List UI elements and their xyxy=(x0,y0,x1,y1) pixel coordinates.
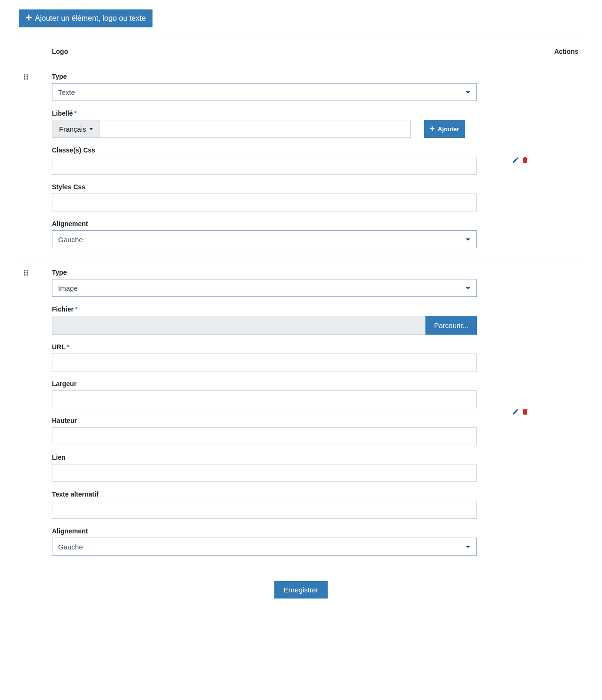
url-label: URL* xyxy=(52,343,477,351)
type-select[interactable]: Image xyxy=(52,279,477,297)
svg-point-0 xyxy=(24,74,25,76)
alignment-label: Alignement xyxy=(52,220,477,228)
col-header-actions: Actions xyxy=(526,48,583,55)
svg-point-6 xyxy=(24,270,25,271)
svg-point-1 xyxy=(26,74,28,76)
browse-button[interactable]: Parcourir... xyxy=(425,316,477,335)
drag-handle[interactable] xyxy=(19,73,52,248)
type-label: Type xyxy=(52,73,477,80)
svg-point-10 xyxy=(24,274,25,276)
edit-button[interactable] xyxy=(512,269,519,556)
lien-label: Lien xyxy=(52,454,477,461)
largeur-label: Largeur xyxy=(52,380,477,388)
type-select[interactable]: Texte xyxy=(52,83,477,101)
table-header: Logo Actions xyxy=(19,39,583,64)
edit-button[interactable] xyxy=(512,73,519,248)
svg-point-2 xyxy=(24,76,25,78)
col-header-logo: Logo xyxy=(52,48,526,55)
table-row: Type Texte Libellé* Français xyxy=(19,64,583,260)
css-styles-input[interactable] xyxy=(52,194,477,211)
largeur-input[interactable] xyxy=(52,390,477,408)
alt-text-label: Texte alternatif xyxy=(52,490,477,498)
libelle-input[interactable] xyxy=(100,120,411,138)
svg-point-8 xyxy=(24,272,25,274)
alignment-select[interactable]: Gauche xyxy=(52,538,477,556)
svg-point-4 xyxy=(24,78,25,80)
svg-point-11 xyxy=(26,274,28,276)
svg-point-5 xyxy=(26,78,28,80)
plus-icon xyxy=(25,14,32,23)
url-input[interactable] xyxy=(52,354,477,371)
fichier-label: Fichier* xyxy=(52,305,477,313)
language-dropdown[interactable]: Français xyxy=(52,120,100,138)
save-button[interactable]: Enregistrer xyxy=(274,581,328,599)
alt-text-input[interactable] xyxy=(52,501,477,519)
caret-down-icon xyxy=(89,128,93,130)
alignment-select[interactable]: Gauche xyxy=(52,230,477,248)
add-element-label: Ajouter un élément, logo ou texte xyxy=(35,14,146,23)
plus-icon xyxy=(430,126,435,133)
css-classes-input[interactable] xyxy=(52,157,477,175)
svg-point-9 xyxy=(26,272,28,274)
add-element-button[interactable]: Ajouter un élément, logo ou texte xyxy=(19,9,153,27)
css-classes-label: Classe(s) Css xyxy=(52,146,477,154)
svg-point-7 xyxy=(26,270,28,271)
drag-handle[interactable] xyxy=(19,269,52,556)
type-label: Type xyxy=(52,269,477,276)
hauteur-label: Hauteur xyxy=(52,417,477,424)
libelle-label: Libellé* xyxy=(52,110,477,117)
alignment-label: Alignement xyxy=(52,527,477,535)
lien-input[interactable] xyxy=(52,464,477,482)
file-display xyxy=(52,316,425,335)
table-row: Type Image Fichier* Parcourir... xyxy=(19,260,583,567)
css-styles-label: Styles Css xyxy=(52,183,477,191)
svg-point-3 xyxy=(26,76,28,78)
delete-button[interactable] xyxy=(521,269,529,556)
add-libelle-button[interactable]: Ajouter xyxy=(424,120,465,138)
hauteur-input[interactable] xyxy=(52,427,477,445)
delete-button[interactable] xyxy=(521,73,529,248)
